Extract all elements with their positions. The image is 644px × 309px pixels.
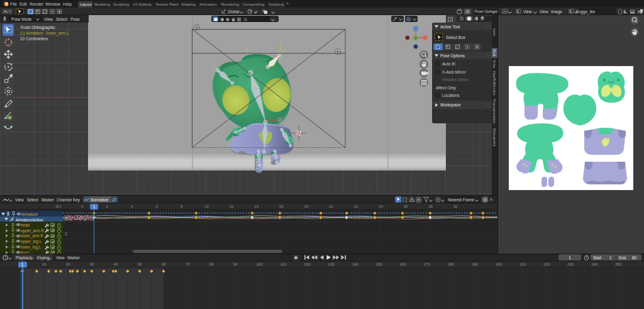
svg-text:Armature: Armature <box>265 118 280 122</box>
svg-text:Y: Y <box>414 37 417 40</box>
